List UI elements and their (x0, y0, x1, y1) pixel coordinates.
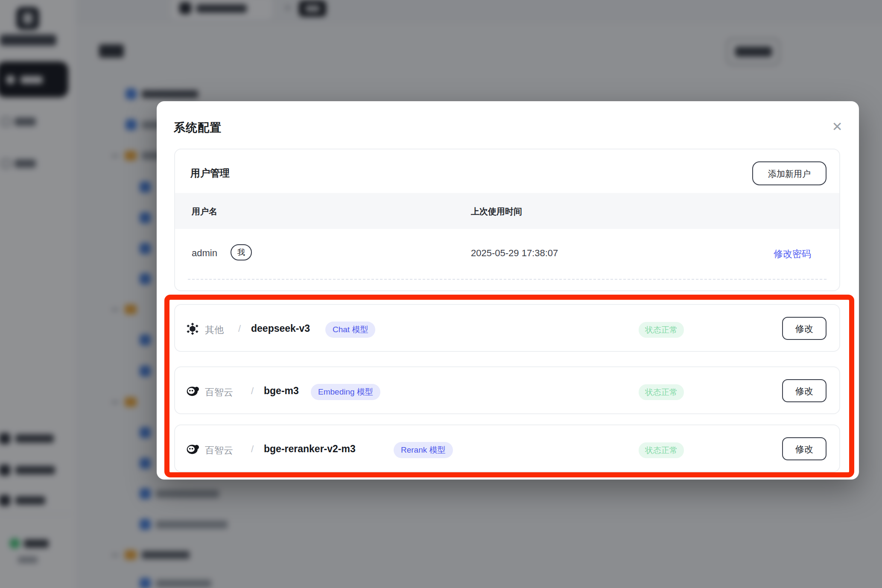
edit-model-button[interactable]: 修改 (782, 317, 827, 340)
edit-model-button[interactable]: 修改 (782, 437, 827, 460)
table-header: 用户名 上次使用时间 (175, 193, 839, 229)
model-name: bge-reranker-v2-m3 (264, 443, 356, 455)
edit-model-button[interactable]: 修改 (782, 379, 827, 402)
column-username: 用户名 (192, 206, 217, 217)
model-type-badge: Chat 模型 (325, 322, 375, 338)
last-used-cell: 2025-05-29 17:38:07 (471, 248, 558, 259)
table-row: admin 我 2025-05-29 17:38:07 修改密码 (175, 229, 839, 279)
model-row: 其他 / deepseek-v3 Chat 模型 状态正常 修改 (174, 304, 840, 352)
model-type-badge: Rerank 模型 (394, 442, 453, 458)
modal-title: 系统配置 (174, 120, 222, 135)
model-row: 百智云 / bge-reranker-v2-m3 Rerank 模型 状态正常 … (174, 424, 840, 472)
model-name: bge-m3 (264, 385, 299, 397)
separator: / (238, 323, 241, 334)
separator: / (251, 444, 254, 455)
system-config-modal: 系统配置 ✕ 用户管理 添加新用户 用户名 上次使用时间 admin 我 202… (157, 101, 859, 480)
model-name: deepseek-v3 (251, 323, 310, 334)
model-type-badge: Embeding 模型 (311, 384, 380, 400)
model-provider: 百智云 (205, 386, 233, 399)
user-section-title: 用户管理 (190, 167, 230, 180)
model-provider: 百智云 (205, 444, 233, 457)
status-badge: 状态正常 (639, 384, 684, 400)
robot-model-icon (186, 385, 199, 398)
close-icon[interactable]: ✕ (828, 117, 847, 136)
column-last-used: 上次使用时间 (471, 206, 522, 217)
me-badge: 我 (231, 244, 252, 260)
row-divider (188, 279, 827, 280)
username-cell: admin (192, 248, 217, 259)
model-provider: 其他 (205, 324, 224, 336)
status-badge: 状态正常 (639, 442, 684, 458)
user-management-card: 用户管理 添加新用户 用户名 上次使用时间 admin 我 2025-05-29… (174, 149, 840, 291)
separator: / (251, 386, 254, 397)
robot-model-icon (186, 443, 199, 456)
cube-model-icon (186, 322, 199, 335)
change-password-link[interactable]: 修改密码 (774, 248, 811, 260)
model-row: 百智云 / bge-m3 Embeding 模型 状态正常 修改 (174, 366, 840, 414)
status-badge: 状态正常 (639, 322, 684, 338)
screen: + (0, 0, 882, 588)
add-user-button[interactable]: 添加新用户 (752, 161, 827, 185)
